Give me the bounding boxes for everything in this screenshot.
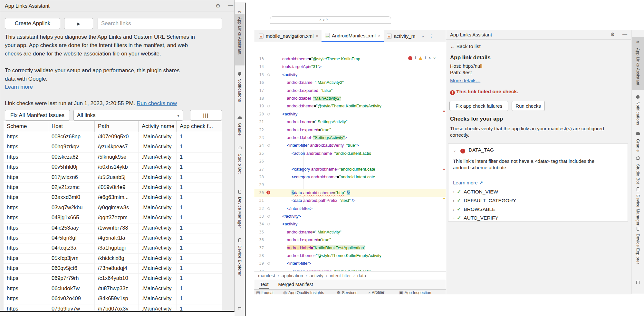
close-icon[interactable]: × [378,33,380,38]
line-number: 18 [254,94,264,102]
stripe-tab-notifications[interactable]: Notifications [636,102,640,125]
stripe-tab-notifications[interactable]: Notifications [237,78,242,102]
fold-icon[interactable] [267,262,270,265]
fix-app-check-failures-button[interactable]: Fix app check failures [449,101,508,111]
passed-check-row[interactable]: ›✓BROWSABLE [453,206,495,212]
run-checks-now-link[interactable]: Run checks now [137,100,177,106]
learn-more-link[interactable]: Learn more ↗ [453,180,483,186]
run-checks-button[interactable]: Run checks [512,101,545,111]
stripe-tab-app-links-assistant[interactable]: App Links Assistant [237,17,242,54]
stripe-tab-gradle[interactable]: Gradle [636,139,640,152]
gear-icon[interactable]: ⚙ [610,32,615,37]
line-number: 25 [254,150,264,157]
links-table-header[interactable]: SchemeHostPathActivity nameApp check f..… [4,121,222,132]
table-row[interactable]: https02jv21zzmc/l059v8t4e9.MainActivity1 [4,183,222,193]
breadcrumb-item[interactable]: activity [310,273,323,278]
chevron-down-icon[interactable]: ⌄ [421,34,425,38]
table-row[interactable]: https060qv5jct6/73ne8udqj4.MainActivity1 [4,264,222,274]
search-input[interactable] [98,18,222,29]
next-issue-icon[interactable]: ∨ [433,56,436,60]
stripe-tab-device-explorer[interactable]: Device Explorer [237,245,242,276]
fold-icon[interactable] [267,223,270,225]
table-row[interactable]: https03wq7w2kbu/y0qqimaw3s.MainActivity1 [4,203,222,213]
table-row[interactable]: https017jwlxzn6/u5t2usab5j.MainActivity1 [4,173,222,183]
kebab-menu-icon[interactable]: ⋮ [429,34,433,38]
stripe-tab-studio-bot[interactable]: Studio Bot [636,164,640,184]
stripe-tab-device-explorer[interactable]: Device Explorer [636,234,640,264]
table-row[interactable]: https069p7r79rh/c1x64yab10.MainActivity1 [4,274,222,284]
fold-icon[interactable] [267,105,270,107]
table-row[interactable]: https00v5hhld0j/o0xhs14ykb.MainActivity1 [4,163,222,173]
table-row[interactable]: https04r5lqn3gf/4g5nalc1la.MainActivity1 [4,233,222,243]
table-row[interactable]: https008c6z68np/407e09q5x0.MainActivity1 [4,132,222,142]
table-row[interactable]: https06dv02o409/84k659v1sp.MainActivity1 [4,294,222,304]
editor-tab[interactable]: MFAndroidManifest.xml× [322,30,383,42]
fold-icon[interactable] [267,113,270,115]
column-header[interactable]: Activity name [138,121,176,132]
code-line: 39 <intent-filter> [254,260,446,267]
table-row[interactable]: https079g9luv7w/h7bd07ox3y.MainActivity1 [4,304,222,312]
prev-issue-icon[interactable]: ∧ [428,56,431,60]
tool-window-button[interactable]: ⚙Services [337,290,357,294]
stripe-tab-device-manager[interactable]: Device Manager [237,197,242,228]
editor-tab[interactable]: <>activity_m [384,30,419,42]
panel-header[interactable]: App Links Assistant ⚙ — [446,30,631,40]
fold-icon[interactable] [267,207,270,210]
warning-count-icon [418,56,422,60]
stripe-tab-studio-bot[interactable]: Studio Bot [237,154,242,174]
breadcrumb-item[interactable]: intent-filter [330,273,351,278]
passed-check-row[interactable]: ›✓AUTO_VERIFY [453,215,498,221]
inspection-widget[interactable]: 1 1 ∧ ∨ [408,56,436,60]
stripe-tab-gradle[interactable]: Gradle [237,123,242,136]
table-row[interactable]: https04rtcqtz3a/3a1hgptqgi.MainActivity1 [4,243,222,253]
breadcrumb-item[interactable]: data [357,273,366,278]
table-row[interactable]: https05kfcp3jvm/khidckix8g.MainActivity1 [4,254,222,264]
passed-check-row[interactable]: ›✓ACTION_VIEW [453,189,498,195]
tool-window-button[interactable]: ◎App Quality Insights [283,290,324,294]
table-row[interactable]: https048jg1x665/qgrt37ezpm.MainActivity1 [4,213,222,223]
gear-icon[interactable]: ⚙ [216,3,220,9]
table-row[interactable]: https00tskcza62/5lknugk9se.MainActivity1 [4,153,222,163]
error-gutter-icon[interactable]: ! [266,191,270,194]
column-settings-button[interactable]: ||| [190,110,222,121]
code-text: android:exported="true" [273,126,331,134]
failed-check-row[interactable]: ⌄ ! DATA_TAG [453,147,494,153]
run-icon-button[interactable]: ▶ [64,18,93,29]
column-header[interactable]: Scheme [4,121,48,132]
passed-check-row[interactable]: ›✓DEFAULT_CATEGORY [453,198,516,203]
link-icon: ∞ [636,40,639,44]
table-row[interactable]: https04ic253aay/1wwnfbr738.MainActivity1 [4,223,222,233]
editor-tab[interactable]: <>mobile_navigation.xml× [255,30,322,42]
column-header[interactable]: Host [48,121,94,132]
stripe-tab-app-links-assistant[interactable]: App Links Assistant [636,48,640,85]
table-row[interactable]: https03axxd3mi0/e6g63mim....MainActivity… [4,193,222,203]
fold-icon[interactable] [267,215,270,218]
code-editor[interactable]: 13 android:theme="@style/Theme.KotlinEmp… [254,42,446,271]
links-filter-dropdown[interactable]: All links ▾ [73,110,183,121]
view-tab-text[interactable]: Text [259,280,269,289]
minimize-icon[interactable]: — [228,2,233,8]
table-row[interactable]: https06ciudok7w/tu87hwp33z.MainActivity1 [4,284,222,294]
window-titlebar[interactable]: App Links Assistant ⚙ — [0,0,234,12]
create-applink-button[interactable]: Create Applink [5,18,60,29]
learn-more-link[interactable]: Learn more [5,84,33,90]
more-details-link[interactable]: More details... [450,78,480,83]
tool-window-button[interactable]: ◔Profiler [368,290,384,294]
close-icon[interactable]: × [316,34,318,38]
view-tab-merged-manifest[interactable]: Merged Manifest [278,280,314,289]
breadcrumb-item[interactable]: manifest [258,273,275,278]
tool-window-button[interactable]: ▤Logcat [256,290,274,294]
fix-all-manifest-issues-button[interactable]: Fix All Manifest Issues [5,110,70,121]
back-to-list-link[interactable]: ← Back to list [450,44,481,49]
table-cell: .MainActivity [138,173,176,183]
column-header[interactable]: App check f... [176,121,222,132]
minimize-icon[interactable]: — [622,31,627,36]
tool-window-button[interactable]: ▣App Inspection [399,290,431,294]
column-header[interactable]: Path [94,121,138,132]
breadcrumb-item[interactable]: application [282,273,303,278]
stripe-tab-device-manager[interactable]: Device Manager [636,194,640,226]
table-cell: /73ne8udqj4 [94,264,138,273]
table-row[interactable]: https00hq9zrkqv/yzu4kpeas7.MainActivity1 [4,142,222,152]
fold-icon[interactable] [267,74,270,76]
fold-icon[interactable] [267,144,270,147]
